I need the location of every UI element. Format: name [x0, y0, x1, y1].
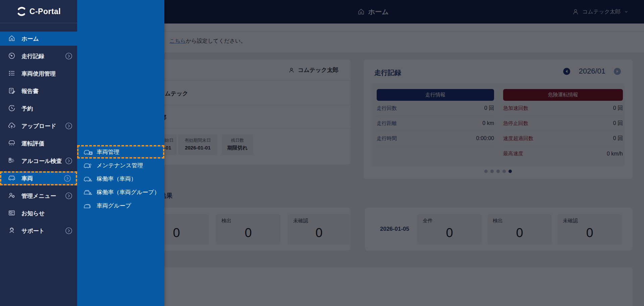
submenu-item-maintenance-management[interactable]: メンテナンス管理: [77, 159, 164, 172]
sidebar-item-label: 運転評価: [21, 140, 44, 147]
prev-month-button[interactable]: [563, 68, 571, 75]
unconfirmed-box: 未確認 0: [288, 214, 350, 245]
sidebar-item-label: ホーム: [21, 35, 39, 43]
stat-value: 0 回: [613, 135, 623, 142]
dot-active[interactable]: [508, 170, 512, 173]
stat-value: 0 回: [613, 120, 623, 127]
dot[interactable]: [490, 170, 494, 173]
alcohol-stats-card-left: 全件 0 検出 0 未確認 0: [138, 208, 351, 251]
sidebar-item-driving-evaluation[interactable]: 運転評価: [0, 136, 77, 150]
profile-user-name: コムテック太郎: [298, 66, 338, 74]
sidebar-item-label: 予約: [21, 105, 33, 113]
car-group-chart-icon: [84, 189, 93, 195]
days-remaining-value: 期限切れ: [222, 145, 253, 151]
car-rating-icon: [8, 139, 16, 147]
profile-card: コムテック太郎 コムテック 部 有効期間開始日 2026-01-01 有効期間末…: [154, 59, 351, 165]
validity-end-label: 有効期間末日: [178, 137, 217, 143]
car-icon: [8, 174, 16, 182]
sidebar-item-alcohol-check[interactable]: アルコール検査: [0, 154, 77, 168]
clock-icon: [8, 104, 16, 113]
stat-box-value: 0: [216, 226, 280, 240]
home-icon: [8, 35, 16, 43]
alcohol-stats-card-right: 2026-01-05 全件 0 検出 0 未確認 0: [365, 208, 633, 251]
stats-date: 2026-01-05: [380, 208, 409, 251]
sidebar-item-trip-records[interactable]: 走行記録: [0, 49, 77, 63]
page-title: ホーム: [358, 0, 389, 24]
user-icon: [288, 67, 294, 73]
stat-label: 最高速度: [503, 150, 523, 157]
sidebar-item-support[interactable]: サポート: [0, 224, 77, 238]
chevron-right-icon: [65, 157, 72, 165]
dot[interactable]: [484, 170, 488, 173]
profile-company-row: コムテック: [154, 81, 351, 105]
days-remaining-label: 残日数: [222, 137, 253, 143]
stat-box-label: 全件: [423, 218, 433, 224]
period-navigator: 2026/01: [563, 67, 621, 76]
stat-box-value: 0: [557, 226, 622, 240]
validity-end-value: 2026-01-01: [178, 145, 217, 150]
chevron-right-icon: [64, 175, 71, 182]
sidebar-item-vehicle-usage[interactable]: 車両使用管理: [0, 67, 77, 81]
carousel-dots[interactable]: [364, 170, 633, 173]
period-label: 2026/01: [579, 67, 605, 76]
chevron-right-icon: [65, 122, 72, 130]
stat-box-label: 未確認: [293, 218, 308, 224]
app-logo-text: C-Portal: [30, 7, 61, 16]
stat-box-value: 0: [417, 226, 482, 240]
sidebar-item-label: サポート: [21, 227, 45, 235]
sidebar-item-upload[interactable]: アップロード: [0, 119, 77, 133]
sidebar-item-vehicles[interactable]: 車両: [0, 171, 77, 185]
stat-row: 走行距離 0 km: [377, 116, 494, 131]
notice-link[interactable]: こちら: [169, 38, 186, 44]
vehicle-submenu-panel: 車両管理 メンテナンス管理 稼働率（車両） 稼働率（車両グループ） 車両グループ: [77, 0, 164, 306]
dot[interactable]: [496, 170, 500, 173]
submenu-item-vehicle-group[interactable]: 車両グループ: [77, 199, 164, 212]
user-icon: [572, 8, 579, 15]
stat-value: 0 回: [613, 105, 623, 112]
validity-end-box: 有効期間末日 2026-01-01: [178, 134, 217, 155]
submenu-item-label: メンテナンス管理: [97, 162, 143, 169]
page-title-text: ホーム: [368, 7, 389, 16]
sidebar-item-news[interactable]: お知らせ: [0, 206, 77, 220]
sidebar-item-label: 車両: [21, 175, 33, 182]
notice-text: こちらから設定してください。: [169, 38, 246, 45]
stat-value: 0:00:00: [476, 135, 494, 141]
admin-gear-icon: [8, 192, 16, 200]
stat-box-value: 0: [487, 226, 552, 240]
danger-info-tab: 危険運転情報: [503, 89, 623, 101]
app-logo[interactable]: C-Portal: [0, 0, 77, 23]
trip-card-title: 走行記録: [374, 68, 401, 77]
profile-department-row: 部: [154, 105, 351, 129]
trip-stats-panel: 走行情報 走行回数 0 回 走行距離 0 km 走行時間 0:00:00 危険運…: [372, 83, 625, 166]
submenu-item-vehicle-management[interactable]: 車両管理: [77, 145, 164, 159]
stat-box-label: 検出: [221, 218, 231, 224]
chevron-right-icon: [65, 227, 72, 234]
sidebar-item-label: 車両使用管理: [21, 70, 56, 78]
stat-label: 急停止回数: [503, 120, 528, 127]
next-month-button[interactable]: [613, 68, 621, 75]
stat-value: 0 km/h: [607, 151, 623, 157]
c-portal-logo-icon: [16, 6, 26, 16]
unconfirmed-box: 未確認 0: [557, 214, 622, 245]
checklist-icon: [8, 70, 16, 78]
chevron-down-icon: [624, 9, 629, 14]
sidebar-item-reservations[interactable]: 予約: [0, 101, 77, 116]
sidebar-item-reports[interactable]: 報告書: [0, 84, 77, 98]
support-icon: [8, 227, 16, 235]
submenu-item-utilization-vehicle-group[interactable]: 稼働率（車両グループ）: [77, 185, 164, 199]
days-remaining-box: 残日数 期限切れ: [222, 134, 253, 155]
submenu-item-utilization-vehicle[interactable]: 稼働率（車両）: [77, 172, 164, 185]
notice-message: から設定してください。: [186, 38, 246, 44]
sidebar-item-home[interactable]: ホーム: [0, 32, 77, 46]
user-menu[interactable]: コムテック太郎: [572, 0, 629, 24]
sidebar-item-label: アップロード: [21, 122, 56, 130]
chevron-right-icon: [65, 192, 72, 200]
dot[interactable]: [502, 170, 506, 173]
sidebar-item-admin-menu[interactable]: 管理メニュー: [0, 189, 77, 203]
breathalyzer-icon: [8, 157, 16, 165]
car-manage-icon: [84, 148, 93, 155]
user-name: コムテック太郎: [582, 8, 621, 15]
car-wrench-icon: [84, 162, 93, 169]
bottom-card: [154, 267, 633, 306]
drive-info-column: 走行情報 走行回数 0 回 走行距離 0 km 走行時間 0:00:00: [377, 83, 494, 166]
